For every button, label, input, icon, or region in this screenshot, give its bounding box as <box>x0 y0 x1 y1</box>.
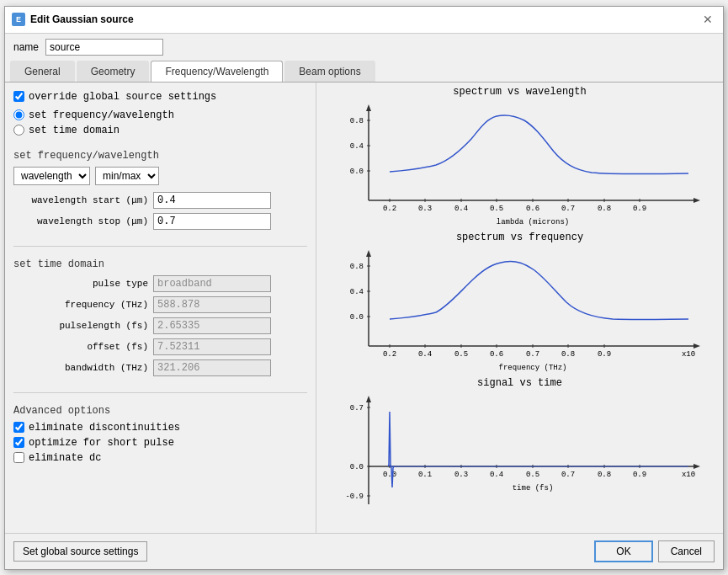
svg-marker-3 <box>693 198 700 203</box>
tab-bar: General Geometry Frequency/Wavelength Be… <box>5 61 723 83</box>
svg-text:0.4: 0.4 <box>489 471 502 479</box>
close-button[interactable]: ✕ <box>699 11 716 28</box>
radio-group: set frequency/wavelength set time domain <box>13 109 307 136</box>
tab-geometry[interactable]: Geometry <box>77 61 150 82</box>
svg-text:lambda (microns): lambda (microns) <box>496 218 568 226</box>
svg-text:0.8: 0.8 <box>561 350 574 359</box>
bandwidth-label: bandwidth (THz) <box>13 363 148 373</box>
chart2-block: spectrum vs frequency 0.8 0.4 0.0 0.2 <box>325 232 715 375</box>
time-section: set time domain pulse type frequency (TH… <box>13 258 307 381</box>
svg-marker-29 <box>366 250 371 257</box>
name-input[interactable] <box>45 39 163 56</box>
override-checkbox[interactable] <box>13 91 24 102</box>
pulselength-input <box>153 317 271 334</box>
svg-text:0.7: 0.7 <box>561 471 574 479</box>
tab-beam-options[interactable]: Beam options <box>284 61 375 82</box>
svg-text:0.8: 0.8 <box>597 205 610 213</box>
wl-stop-label: wavelength stop (μm) <box>13 216 148 226</box>
advanced-section: Advanced options eliminate discontinuiti… <box>13 405 307 464</box>
chart3-block: signal vs time 0.7 0.0 -0.9 <box>325 377 715 530</box>
bandwidth-input <box>153 359 271 376</box>
frequency-label: frequency (THz) <box>13 300 148 310</box>
offset-label: offset (fs) <box>13 342 148 352</box>
svg-text:0.9: 0.9 <box>632 471 646 479</box>
wl-start-input[interactable] <box>153 192 271 209</box>
svg-marker-30 <box>693 343 700 349</box>
right-panel: spectrum vs wavelength 0.8 0.4 <box>316 83 723 533</box>
advanced-title: Advanced options <box>13 405 307 417</box>
radio-time[interactable] <box>13 125 24 136</box>
override-checkbox-label[interactable]: override global source settings <box>13 91 307 103</box>
svg-text:0.4: 0.4 <box>349 288 363 296</box>
svg-text:0.6: 0.6 <box>525 205 539 213</box>
svg-text:0.0: 0.0 <box>349 463 363 471</box>
chart2-title: spectrum vs frequency <box>456 232 583 243</box>
check3[interactable] <box>13 452 24 463</box>
ok-button[interactable]: OK <box>594 540 652 562</box>
tab-frequency-wavelength[interactable]: Frequency/Wavelength <box>151 61 283 82</box>
svg-text:0.5: 0.5 <box>525 471 539 479</box>
radio-freq-text: set frequency/wavelength <box>29 109 174 121</box>
svg-text:frequency (THz): frequency (THz) <box>498 364 566 372</box>
svg-text:0.6: 0.6 <box>489 350 502 359</box>
bottom-bar: Set global source settings OK Cancel <box>5 533 723 569</box>
title-bar: E Edit Gaussian source ✕ <box>5 7 723 34</box>
svg-text:0.7: 0.7 <box>561 205 574 213</box>
global-settings-button[interactable]: Set global source settings <box>13 541 147 562</box>
override-label: override global source settings <box>29 91 216 103</box>
pulselength-label: pulselength (fs) <box>13 321 148 331</box>
pulse-type-input <box>153 275 271 292</box>
svg-text:0.2: 0.2 <box>382 350 396 359</box>
select-row: wavelength min/max <box>13 167 307 185</box>
pulse-type-label: pulse type <box>13 279 148 289</box>
svg-text:0.3: 0.3 <box>454 471 467 479</box>
offset-input <box>153 338 271 355</box>
svg-text:0.4: 0.4 <box>454 205 467 213</box>
svg-marker-2 <box>366 104 371 111</box>
radio-time-label[interactable]: set time domain <box>13 125 307 136</box>
charts-wrapper: spectrum vs wavelength 0.8 0.4 <box>325 86 715 530</box>
svg-text:0.2: 0.2 <box>382 205 396 213</box>
svg-text:0.8: 0.8 <box>349 117 363 125</box>
frequency-input <box>153 296 271 313</box>
check2[interactable] <box>13 437 24 448</box>
wl-start-label: wavelength start (μm) <box>13 195 148 205</box>
check2-text: optimize for short pulse <box>29 437 174 449</box>
chart1-svg: 0.8 0.4 0.0 0.2 0.3 0.4 0.5 <box>335 99 705 230</box>
tab-general[interactable]: General <box>10 61 75 82</box>
wavelength-select[interactable]: wavelength <box>13 167 90 185</box>
svg-text:x10: x10 <box>681 350 694 359</box>
minmax-select[interactable]: min/max <box>95 167 159 185</box>
check3-label[interactable]: eliminate dc <box>13 452 307 464</box>
wl-stop-input[interactable] <box>153 213 271 230</box>
frequency-row: frequency (THz) <box>13 296 307 313</box>
svg-text:0.4: 0.4 <box>349 142 363 151</box>
radio-time-text: set time domain <box>29 125 120 136</box>
svg-text:0.9: 0.9 <box>632 205 646 213</box>
chart1-title: spectrum vs wavelength <box>453 86 586 98</box>
window-title: Edit Gaussian source <box>30 13 134 25</box>
left-panel: override global source settings set freq… <box>5 83 316 533</box>
radio-freq-label[interactable]: set frequency/wavelength <box>13 109 307 121</box>
svg-text:0.9: 0.9 <box>597 350 610 359</box>
svg-text:0.0: 0.0 <box>349 168 363 176</box>
chart3-title: signal vs time <box>477 377 562 389</box>
svg-text:0.5: 0.5 <box>454 350 467 359</box>
wl-stop-row: wavelength stop (μm) <box>13 213 307 230</box>
freq-section: set frequency/wavelength wavelength min/… <box>13 150 307 234</box>
check2-label[interactable]: optimize for short pulse <box>13 437 307 449</box>
pulselength-row: pulselength (fs) <box>13 317 307 334</box>
check1-label[interactable]: eliminate discontinuities <box>13 422 307 434</box>
svg-text:0.4: 0.4 <box>417 350 431 359</box>
svg-text:0.0: 0.0 <box>349 313 363 322</box>
svg-text:time (fs): time (fs) <box>512 484 553 492</box>
check1[interactable] <box>13 422 24 433</box>
app-icon: E <box>12 13 25 26</box>
cancel-button[interactable]: Cancel <box>658 540 715 562</box>
radio-freq[interactable] <box>13 109 24 120</box>
svg-marker-55 <box>366 396 371 402</box>
svg-text:-0.9: -0.9 <box>345 492 364 501</box>
svg-text:0.5: 0.5 <box>489 205 502 213</box>
svg-text:0.8: 0.8 <box>349 263 363 271</box>
svg-text:0.8: 0.8 <box>597 471 610 479</box>
